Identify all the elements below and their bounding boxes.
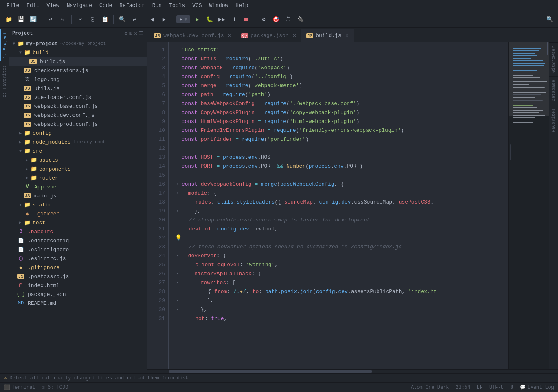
toolbar-redo-btn[interactable]: ↪: [57, 14, 68, 25]
status-line-ending[interactable]: LF: [477, 385, 483, 390]
toolbar-save-btn[interactable]: 💾: [15, 14, 26, 25]
status-event-log[interactable]: 💬 Event Log: [520, 384, 554, 390]
tree-item-assets-folder[interactable]: ▶ 📁 assets: [9, 155, 147, 164]
tree-item-editorconfig[interactable]: 📄 .editorconfig: [9, 236, 147, 245]
fold-icon-29[interactable]: ▸: [175, 298, 180, 303]
tree-item-utils-js[interactable]: JS utils.js: [9, 84, 147, 93]
fold-icon-17[interactable]: ▾: [175, 191, 180, 196]
toolbar-search-btn[interactable]: 🔍: [544, 14, 555, 25]
menu-help[interactable]: Help: [232, 2, 251, 9]
menu-refactor[interactable]: Refactor: [116, 2, 148, 9]
toolbar-back-btn[interactable]: ◀: [147, 14, 157, 25]
tree-item-static-folder[interactable]: ▼ 📁 static: [9, 200, 147, 209]
tree-item-vue-loader[interactable]: JS vue-loader.conf.js: [9, 93, 147, 102]
tree-item-eslintrc[interactable]: ⬡ .eslintrc.js: [9, 254, 147, 263]
hscroll-thumb[interactable]: [169, 370, 372, 373]
menu-navigate[interactable]: Navigate: [64, 2, 95, 9]
toolbar-sync-btn[interactable]: 🔄: [28, 14, 38, 25]
toolbar-coverage-btn[interactable]: ⏸: [228, 14, 239, 25]
right-tab-gitbrowser[interactable]: GitBrowser: [549, 42, 558, 76]
status-terminal[interactable]: ⬛ Terminal: [4, 384, 35, 390]
tab-webpack-dev-close[interactable]: ×: [228, 33, 231, 39]
tab-package-json-close[interactable]: ×: [293, 33, 296, 39]
left-tab-project[interactable]: 1: Project: [0, 29, 9, 61]
fold-icon-26[interactable]: ▾: [175, 272, 180, 276]
tree-item-test-folder[interactable]: ▶ 📁 test: [9, 218, 147, 227]
menu-vcs[interactable]: VCS: [189, 2, 205, 9]
tree-item-index-html[interactable]: 🗒 index.html: [9, 281, 147, 290]
fold-icon-24[interactable]: ▾: [175, 254, 180, 258]
toolbar-paste-btn[interactable]: 📋: [99, 14, 110, 25]
tree-item-gitkeep[interactable]: ◆ .gitkeep: [9, 209, 147, 218]
menu-view[interactable]: View: [43, 2, 62, 9]
toolbar-plugins-btn[interactable]: 🔌: [295, 14, 305, 25]
settings-icon[interactable]: ☰: [139, 30, 144, 37]
editor-tab-package-json[interactable]: {} package.json ×: [236, 29, 301, 42]
minimap-scrollbar-thumb[interactable]: [547, 42, 548, 55]
tree-item-webpack-base[interactable]: JS webpack.base.conf.js: [9, 102, 147, 111]
tree-item-package-json[interactable]: { } package.json: [9, 290, 147, 299]
menu-window[interactable]: Window: [206, 2, 232, 9]
tree-item-webpack-prod[interactable]: JS webpack.prod.conf.js: [9, 120, 147, 129]
fold-icon-30[interactable]: ▸: [175, 307, 180, 312]
menu-run[interactable]: Run: [149, 2, 165, 9]
tree-item-config-folder[interactable]: ▶ 📁 config: [9, 129, 147, 138]
menu-edit[interactable]: Edit: [23, 2, 42, 9]
toolbar-stop-btn[interactable]: ⏹: [241, 14, 251, 25]
status-theme[interactable]: Atom One Dark: [411, 385, 449, 390]
toolbar-build-btn[interactable]: ⚙: [258, 14, 269, 25]
toolbar-run-test-btn[interactable]: ▶▶: [216, 14, 227, 25]
close-panel-icon[interactable]: ✕: [134, 30, 137, 37]
fold-icon-16[interactable]: ▾: [175, 182, 180, 187]
editor-tab-build-js[interactable]: JS build.js ×: [301, 29, 354, 42]
toolbar-run-btn[interactable]: ▶: [192, 14, 202, 25]
toolbar-profile-btn[interactable]: ⏱: [283, 14, 293, 25]
status-position[interactable]: 23:54: [456, 385, 470, 390]
right-tab-database[interactable]: Database: [549, 76, 558, 105]
fold-icon-19[interactable]: ▸: [175, 209, 180, 214]
tree-item-readme[interactable]: MD README.md: [9, 299, 147, 308]
toolbar-replace-btn[interactable]: ⇌: [129, 14, 140, 25]
horizontal-scrollbar[interactable]: [147, 369, 558, 373]
toolbar-forward-btn[interactable]: ▶: [159, 14, 169, 25]
tree-item-check-versions[interactable]: JS check-versions.js: [9, 66, 147, 75]
tree-item-router-folder[interactable]: ▶ 📁 router: [9, 173, 147, 182]
run-config-dropdown[interactable]: ▶▼: [176, 15, 190, 23]
expand-icon[interactable]: ⊞: [129, 30, 132, 37]
toolbar-undo-btn[interactable]: ↩: [45, 14, 56, 25]
right-tab-favorites[interactable]: Favorites: [549, 105, 558, 136]
file-tree-scroll[interactable]: ▼ 📁 my-project ~/code/my-project ▼ 📁 bui…: [9, 39, 147, 373]
tree-item-main-js[interactable]: JS main.js: [9, 191, 147, 200]
tree-item-logo-png[interactable]: 🖼 logo.png: [9, 75, 147, 84]
toolbar-settings-btn[interactable]: 🎯: [270, 14, 281, 25]
tree-item-src-folder[interactable]: ▼ 📁 src: [9, 147, 147, 155]
status-todo[interactable]: ☑ 6: TODO: [42, 384, 68, 390]
menu-file[interactable]: File: [3, 2, 22, 9]
tree-item-eslintignore[interactable]: 📄 .eslintignore: [9, 245, 147, 254]
status-encoding[interactable]: UTF-8: [489, 385, 504, 390]
menu-code[interactable]: Code: [96, 2, 115, 9]
tree-item-gitignore[interactable]: ◆ .gitignore: [9, 263, 147, 272]
toolbar-cut-btn[interactable]: ✂: [75, 14, 86, 25]
tree-item-components-folder[interactable]: ▶ 📁 components: [9, 164, 147, 173]
tree-item-postcssrc[interactable]: JS .postcssrc.js: [9, 272, 147, 281]
toolbar-folder-btn[interactable]: 📁: [3, 14, 14, 25]
toolbar-debug-btn[interactable]: 🐛: [204, 14, 215, 25]
tree-item-app-vue[interactable]: V App.vue: [9, 182, 147, 191]
tree-item-babelrc[interactable]: β .babelrc: [9, 227, 147, 236]
editor-tab-webpack-dev[interactable]: JS webpack.dev.conf.js ×: [149, 29, 236, 42]
tree-item-node-modules[interactable]: ▶ 📁 node_modules library root: [9, 138, 147, 147]
menu-tools[interactable]: Tools: [166, 2, 188, 9]
left-tab-favorites[interactable]: 2: Favorites: [1, 63, 8, 100]
tree-item-build-js[interactable]: JS build.js: [9, 57, 147, 66]
code-content[interactable]: 'use strict' const utils = require('./ut…: [169, 42, 508, 369]
tree-item-root[interactable]: ▼ 📁 my-project ~/code/my-project: [9, 39, 147, 48]
toolbar-find-btn[interactable]: 🔍: [117, 14, 127, 25]
toolbar-copy-btn[interactable]: ⎘: [87, 14, 98, 25]
fold-icon-27[interactable]: ▾: [175, 280, 180, 285]
tab-build-js-close[interactable]: ×: [345, 33, 349, 39]
status-indent[interactable]: 8: [510, 385, 513, 390]
tree-item-webpack-dev[interactable]: JS webpack.dev.conf.js: [9, 111, 147, 120]
tree-item-build-folder[interactable]: ▼ 📁 build: [9, 48, 147, 57]
gear-icon[interactable]: ⚙: [125, 30, 128, 37]
